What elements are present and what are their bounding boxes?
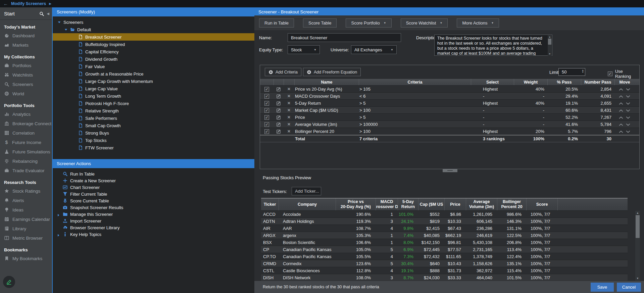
action-browser-screener-library[interactable]: Browser Screener Library xyxy=(53,224,254,231)
breadcrumb-title[interactable]: Modify Screeners xyxy=(11,1,46,6)
cancel-button[interactable]: Cancel xyxy=(617,283,641,292)
caret-right-icon[interactable] xyxy=(57,212,60,217)
scroll-down-icon[interactable]: ▼ xyxy=(636,276,639,281)
tree-item-large-cap-value[interactable]: Large Cap Value xyxy=(53,85,254,92)
stock-row-bsx[interactable]: BSXBoston Scientific106.6%18.0%$142,150$… xyxy=(261,239,628,246)
stock-row-crmd[interactable]: CRMDCormedix123.6%530.4%$640$10.431,158,… xyxy=(261,260,628,267)
tree-item-fair-value[interactable]: Fair Value xyxy=(53,63,254,70)
stocks-column-header-bollinger[interactable]: BollingerPercent 20 xyxy=(497,198,526,210)
scroll-down-icon[interactable]: ▼ xyxy=(549,52,551,56)
delete-criteria-button[interactable]: × xyxy=(288,100,291,106)
tree-item-relative-strength[interactable]: Relative Strength xyxy=(53,107,254,114)
move-down-icon[interactable] xyxy=(626,107,630,112)
criteria-checkbox[interactable]: ✓ xyxy=(264,87,269,92)
sidebar-item-earnings-calendar[interactable]: Earnings Calendar xyxy=(0,214,52,224)
stocks-column-header-macd[interactable]: MACDCrossover Da xyxy=(376,198,398,210)
move-up-icon[interactable] xyxy=(619,93,623,98)
sidebar-item-markets[interactable]: Markets xyxy=(0,40,52,50)
tree-item-long-term-growth[interactable]: Long Term Growth xyxy=(53,92,254,100)
equity-type-select[interactable]: Stock▼ xyxy=(288,45,320,54)
move-down-icon[interactable] xyxy=(626,114,630,119)
caret-right-icon[interactable] xyxy=(57,232,60,237)
action-chart-screener[interactable]: Chart Screener xyxy=(53,184,254,191)
save-button[interactable]: Save xyxy=(591,283,614,292)
scroll-up-icon[interactable]: ▲ xyxy=(636,211,639,215)
sidebar-item-brokerage-connect[interactable]: Brokerage Connect xyxy=(0,119,52,128)
tree-item-safe-performers[interactable]: Safe Performers xyxy=(53,114,254,122)
collapse-sidebar-icon[interactable]: ◀ xyxy=(47,12,49,15)
edit-criteria-button[interactable] xyxy=(276,107,281,112)
sidebar-item-future-income[interactable]: $Future Income xyxy=(0,138,52,147)
move-up-icon[interactable] xyxy=(619,107,623,112)
stocks-column-header-price[interactable]: Price xyxy=(444,198,466,210)
tree-item-breakout-screener[interactable]: Breakout Screener xyxy=(53,33,254,41)
move-down-icon[interactable] xyxy=(626,100,630,105)
splitter-handle[interactable] xyxy=(443,169,457,172)
sidebar-item-metric-browser[interactable]: Metric Browser xyxy=(0,233,52,243)
action-snapshot-screener-results[interactable]: Snapshot Screener Results xyxy=(53,204,254,211)
delete-criteria-button[interactable]: × xyxy=(288,93,291,99)
add-ticker-input[interactable]: Add Ticker... xyxy=(292,187,321,195)
sidebar-item-library[interactable]: Library xyxy=(0,224,52,233)
tree-item-strong-buys[interactable]: Strong Buys xyxy=(53,129,254,137)
move-down-icon[interactable] xyxy=(626,121,630,127)
stocks-column-header-average[interactable]: AverageVolume (3m) xyxy=(466,198,497,210)
search-icon[interactable] xyxy=(39,11,44,16)
stock-row-cp-to[interactable]: CP.TOCanadian Pacific Kansas105.5%47.3%$… xyxy=(261,253,628,260)
scrollbar-thumb[interactable] xyxy=(636,215,640,238)
sidebar-item-world[interactable]: World xyxy=(0,89,52,98)
tree-item-large-cap-growth-with-momentum[interactable]: Large Cap Growth with Momentum xyxy=(53,78,254,85)
move-down-icon[interactable] xyxy=(626,93,630,98)
move-down-icon[interactable] xyxy=(626,129,630,134)
edit-criteria-button[interactable] xyxy=(276,100,281,105)
move-up-icon[interactable] xyxy=(619,100,623,105)
forward-caret-icon[interactable]: ▶ xyxy=(49,2,51,5)
sidebar-item-watchlists[interactable]: Watchlists xyxy=(0,70,52,80)
tree-item-buffettology-inspired[interactable]: Buffettology Inspired xyxy=(53,41,254,48)
criteria-checkbox[interactable]: ✓ xyxy=(264,101,269,106)
move-up-icon[interactable] xyxy=(619,121,623,127)
sidebar-item-screeners[interactable]: Screeners xyxy=(0,80,52,89)
sidebar-item-portfolios[interactable]: Portfolios xyxy=(0,61,52,70)
criteria-row[interactable]: ✓×Bollinger Percent 20> 100Highest20%5.7… xyxy=(260,128,639,135)
delete-criteria-button[interactable]: × xyxy=(288,107,291,113)
sidebar-item-stock-ratings[interactable]: Stock Ratings xyxy=(0,186,52,196)
stocks-scrollbar[interactable]: ▲ ▼ xyxy=(635,211,640,281)
edit-criteria-button[interactable] xyxy=(276,86,281,91)
add-freeform-equation-button[interactable]: Add Freeform Equation xyxy=(303,68,361,76)
stock-row-accd[interactable]: ACCDAccolade190.6%1101.0%$552$6.861,261,… xyxy=(261,211,628,218)
stocks-column-header-price-vs[interactable]: Price vs20-Day Avg (%) xyxy=(336,198,376,210)
criteria-row[interactable]: ✓×Price> 5--52.2%7,267 xyxy=(260,114,639,121)
stock-row-cp[interactable]: CPCanadian Pacific Kansas105.0%56.9%$72,… xyxy=(261,246,628,253)
criteria-row[interactable]: ✓×Average Volume (3m)> 100000--41.6%5,78… xyxy=(260,121,639,128)
sidebar-item-correlation[interactable]: Correlation xyxy=(0,128,52,138)
limit-input[interactable]: 50 ▲▼ xyxy=(558,68,585,76)
use-ranking-checkbox[interactable]: ✓ xyxy=(608,71,612,76)
limit-spinner[interactable]: ▲▼ xyxy=(582,69,584,73)
stock-row-argx[interactable]: ARGXargenx105.3%17.4%$40,085$662.19246,6… xyxy=(261,232,628,239)
stock-row-air[interactable]: AIRAAR108.7%49.8%$2,415$67.43236,286131.… xyxy=(261,225,628,232)
edit-criteria-button[interactable] xyxy=(276,114,281,119)
run-in-table-button[interactable]: Run in Table xyxy=(259,18,294,28)
sidebar-item-alerts[interactable]: Alerts xyxy=(0,196,52,205)
score-table-button[interactable]: Score Table xyxy=(303,18,337,28)
sidebar-item-my-bookmarks[interactable]: My Bookmarks xyxy=(0,254,52,263)
criteria-row[interactable]: ✓×Market Cap ($M USD)> 100--60.6%8,431 xyxy=(260,107,639,114)
delete-criteria-button[interactable]: × xyxy=(288,129,291,134)
action-filter-current-table[interactable]: Filter Current Table xyxy=(53,191,254,197)
sidebar-item-dashboard[interactable]: Dashboard xyxy=(0,31,52,40)
edit-criteria-button[interactable] xyxy=(276,93,281,98)
criteria-row[interactable]: ✓×MACD Crossover Days< 6--29.4%4,091 xyxy=(260,93,639,100)
delete-criteria-button[interactable]: × xyxy=(288,86,291,92)
edit-criteria-button[interactable] xyxy=(276,129,281,134)
sidebar-item-future-simulations[interactable]: Future Simulations xyxy=(0,147,52,156)
criteria-checkbox[interactable]: ✓ xyxy=(264,115,269,120)
criteria-row[interactable]: ✓×5-Day Return> 5Highest40%19.1%2,655 xyxy=(260,100,639,107)
tree-item-dividend-growth[interactable]: Dividend Growth xyxy=(53,55,254,63)
criteria-row[interactable]: ✓×Price vs 20-Day Avg (%)> 105Highest40%… xyxy=(260,86,639,93)
use-ranking-control[interactable]: ✓ Use Ranking xyxy=(608,69,639,79)
more-actions-button[interactable]: More Actions▼ xyxy=(457,18,499,28)
description-textarea[interactable]: The Breakout Screener looks for stocks t… xyxy=(434,35,552,56)
tree-item-piotroski-high-f-score[interactable]: Piotroski High F-Score xyxy=(53,100,254,107)
tree-item-top-stocks[interactable]: Top Stocks xyxy=(53,137,254,144)
